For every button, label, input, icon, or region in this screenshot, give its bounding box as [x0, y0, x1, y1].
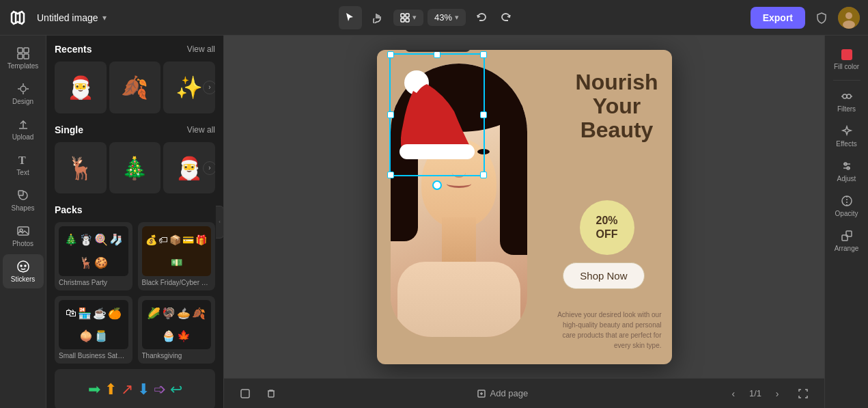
sidebar-label-upload: Upload [12, 133, 34, 141]
sidebar-item-shapes[interactable]: Shapes [3, 183, 44, 217]
pack-sticker: 🏷 [158, 234, 168, 245]
sidebar-label-design: Design [12, 98, 33, 105]
recents-next-button[interactable]: › [203, 81, 215, 94]
single-view-all[interactable]: View all [187, 125, 215, 135]
single-sticker-2[interactable]: 🎄 [109, 142, 161, 194]
recent-sticker-emoji-3: ✨ [176, 77, 203, 98]
discount-percent: 20% [596, 214, 617, 227]
packs-grid: 🎄☃️🍭 🧦🦌🍪 Christmas Party 💰🏷📦 💳🎁💵 Black F… [46, 222, 223, 364]
bottom-left [235, 383, 281, 404]
pack-thanksgiving-preview: 🌽🦃🥧 🍂🧁🍁 [142, 300, 212, 350]
pack-blackfriday[interactable]: 💰🏷📦 💳🎁💵 Black Friday/Cyber M... [138, 222, 216, 290]
page-thumbnail-button[interactable] [235, 383, 255, 404]
santa-hat-sticker-container[interactable]: ••• [389, 53, 485, 176]
zoom-select[interactable]: 43% ▾ [428, 9, 466, 26]
pack-thanksgiving[interactable]: 🌽🦃🥧 🍂🧁🍁 Thanksgiving [138, 296, 216, 364]
svg-rect-12 [24, 54, 29, 59]
pack-sticker: 🦃 [162, 307, 176, 320]
handle-top-mid[interactable] [434, 51, 440, 58]
sidebar-item-templates[interactable]: Templates [3, 41, 44, 75]
user-avatar[interactable] [838, 7, 860, 29]
single-grid-wrapper: 🦌 🎄 🎅 › [46, 142, 223, 194]
pack-sticker: 🫙 [94, 329, 108, 342]
canvas-workspace[interactable]: Nourish Your Beauty 20% OFF Shop Now Ach… [224, 36, 824, 378]
app-logo[interactable] [8, 8, 27, 27]
canvas-title-line2: Your [576, 94, 658, 118]
panel-collapse-button[interactable]: ‹ [216, 206, 224, 239]
arrows-pack-row: ➡ ⬆ ↗ ⬇ ➩ ↩ [46, 369, 223, 408]
pack-sticker: 🍪 [94, 256, 108, 269]
arrow-sticker-4: ⬇ [137, 381, 150, 398]
right-properties-panel: Fill color Filters Effects [824, 36, 868, 408]
sidebar-item-upload[interactable]: Upload [3, 112, 44, 146]
undo-button[interactable] [470, 6, 493, 29]
pack-christmas-preview: 🎄☃️🍭 🧦🦌🍪 [59, 226, 128, 276]
sidebar-item-design[interactable]: Design [3, 77, 44, 111]
page-indicator: 1/1 [749, 388, 761, 398]
recents-grid-wrapper: 🎅 🍂 ✨ › [46, 62, 223, 113]
handle-top-right[interactable] [480, 51, 487, 58]
design-canvas[interactable]: Nourish Your Beauty 20% OFF Shop Now Ach… [377, 50, 672, 364]
single-title: Single [55, 124, 83, 135]
pack-christmas[interactable]: 🎄☃️🍭 🧦🦌🍪 Christmas Party [55, 222, 132, 290]
shop-now-button[interactable]: Shop Now [563, 262, 644, 289]
svg-point-7 [845, 12, 852, 19]
sticker-float-toolbar: ••• [404, 50, 471, 52]
fullscreen-button[interactable] [793, 383, 813, 404]
packs-section: Packs 🎄☃️🍭 🧦🦌🍪 Christmas Party 💰🏷📦 💳🎁💵 [46, 204, 223, 408]
select-tool-button[interactable] [339, 6, 362, 29]
opacity-item[interactable]: Opacity [828, 189, 866, 223]
packs-title: Packs [55, 204, 82, 215]
arrows-pack-preview[interactable]: ➡ ⬆ ↗ ⬇ ➩ ↩ [55, 369, 215, 408]
redo-button[interactable] [494, 6, 518, 29]
hair-side-right [500, 105, 527, 255]
sidebar-item-text[interactable]: T Text [3, 148, 44, 182]
filters-item[interactable]: Filters [828, 85, 866, 118]
stickers-panel: Recents View all 🎅 🍂 ✨ › Single Vie [46, 36, 224, 408]
handle-top-left[interactable] [387, 51, 394, 58]
svg-point-34 [843, 94, 847, 98]
svg-rect-4 [401, 18, 404, 22]
effects-item[interactable]: Effects [828, 120, 866, 153]
fill-color-item[interactable]: Fill color [828, 44, 866, 76]
topbar-center: ▾ 43% ▾ [112, 6, 745, 29]
recent-sticker-3[interactable]: ✨ › [163, 62, 215, 113]
single-sticker-emoji-1: 🦌 [67, 157, 94, 179]
single-next-button[interactable]: › [203, 161, 215, 175]
pack-sticker: 💰 [145, 234, 157, 245]
delete-page-button[interactable] [261, 383, 281, 404]
canvas-title: Nourish Your Beauty [576, 70, 658, 143]
recents-view-all[interactable]: View all [187, 44, 215, 54]
svg-point-8 [843, 21, 855, 29]
handle-mid-left[interactable] [387, 111, 394, 118]
pack-sticker: 🌽 [147, 307, 160, 320]
file-name-area[interactable]: Untitled image ▾ [37, 12, 107, 23]
pack-sticker: 🎁 [195, 234, 207, 245]
hand-tool-button[interactable] [366, 6, 389, 29]
view-select[interactable]: ▾ [393, 10, 423, 26]
main-content: Templates Design Upload T Text [0, 36, 868, 408]
next-page-button[interactable]: › [767, 383, 787, 404]
sidebar-label-photos: Photos [12, 240, 33, 247]
sidebar-item-photos[interactable]: Photos [3, 219, 44, 253]
adjust-label: Adjust [837, 175, 856, 182]
export-button[interactable]: Export [751, 7, 805, 29]
effects-label: Effects [836, 140, 856, 148]
single-sticker-3[interactable]: 🎅 › [163, 142, 215, 194]
arrange-item[interactable]: Arrange [828, 224, 866, 258]
adjust-item[interactable]: Adjust [828, 154, 866, 188]
sidebar-item-stickers[interactable]: Stickers [3, 254, 44, 288]
pack-sticker: 📦 [169, 234, 181, 245]
single-sticker-1[interactable]: 🦌 [55, 142, 107, 194]
shield-button[interactable] [811, 7, 832, 29]
prev-page-button[interactable]: ‹ [723, 383, 744, 404]
add-page-label: Add page [490, 388, 529, 398]
recent-sticker-1[interactable]: 🎅 [55, 62, 107, 113]
pack-sticker: 💵 [171, 257, 182, 268]
recent-sticker-2[interactable]: 🍂 [109, 62, 161, 113]
pack-sticker: 💳 [182, 234, 194, 245]
add-page-button[interactable]: Add page [471, 385, 534, 401]
svg-rect-10 [24, 48, 29, 53]
pack-smallbiz[interactable]: 🛍🏪☕ 🍊🧅🫙 Small Business Satur... [55, 296, 132, 364]
arrow-sticker-3: ↗ [121, 381, 133, 398]
